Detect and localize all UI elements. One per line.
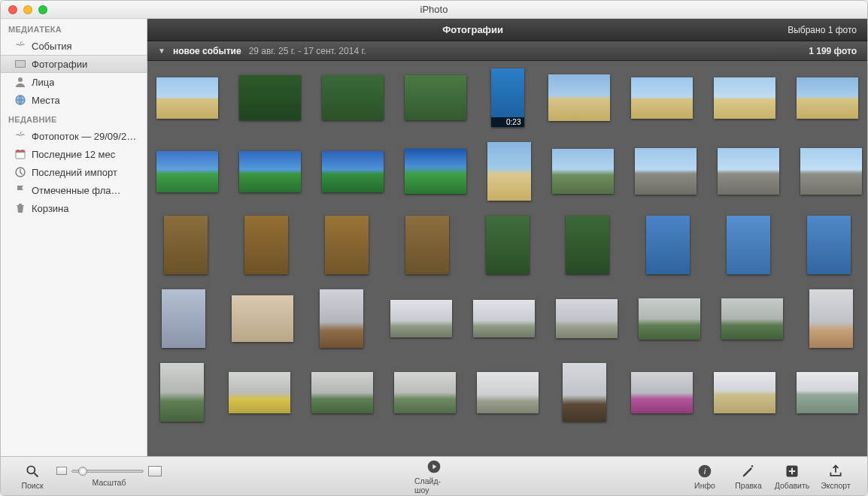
photo-thumbnail[interactable] [239,142,301,201]
photo-thumbnail[interactable] [631,68,693,127]
photo-thumbnail[interactable] [156,289,211,348]
photo-thumbnail[interactable] [311,363,373,422]
sidebar-item-label: События [32,41,72,52]
photo-thumbnail[interactable] [721,289,783,348]
photo-thumbnail[interactable] [560,363,611,422]
sidebar-item[interactable]: Фотопоток — 29/09/2… [1,127,147,145]
sidebar-item[interactable]: Отмеченные фла… [1,181,147,199]
zoom-tool[interactable]: Масштаб [56,466,162,487]
photo-thumbnail[interactable] [156,363,208,422]
svg-text:i: i [704,466,706,476]
sidebar-section-header: НЕДАВНИЕ [1,109,147,127]
pencil-icon [740,463,757,479]
content-header: Фотографии Выбрано 1 фото [147,19,867,41]
video-duration: 0:23 [491,117,524,127]
svg-rect-5 [16,150,25,153]
photo-thumbnail[interactable] [394,363,456,422]
info-tool[interactable]: i Инфо [685,463,724,490]
photo-thumbnail[interactable] [156,142,218,201]
event-bar[interactable]: ▼ новое событие 29 авг. 25 г. - 17 сент.… [147,41,867,61]
zoom-knob[interactable] [78,467,87,476]
content-title: Фотографии [158,24,788,35]
photo-thumbnail[interactable] [487,142,531,201]
zoom-min-icon[interactable] [56,467,67,475]
info-label: Инфо [694,481,715,490]
photo-thumbnail[interactable]: 0:23 [487,68,527,127]
photo-thumbnail[interactable] [237,216,296,274]
add-label: Добавить [775,481,809,490]
sidebar-item[interactable]: Корзина [1,199,147,217]
content-area: Фотографии Выбрано 1 фото ▼ новое событи… [147,19,867,456]
sidebar-item-label: Последние 12 мес [32,149,115,160]
sidebar-item[interactable]: Последний импорт [1,163,147,181]
photo-thumbnail[interactable] [714,363,775,422]
photo-grid[interactable]: 0:23 [147,61,867,456]
photo-thumbnail[interactable] [477,363,539,422]
photo-thumbnail[interactable] [390,289,452,348]
photo-thumbnail[interactable] [317,216,377,274]
info-icon: i [697,463,713,479]
face-icon [14,76,26,88]
zoom-max-icon[interactable] [148,466,162,476]
photo-thumbnail[interactable] [314,289,369,348]
sidebar-item[interactable]: Места [1,91,147,109]
event-name: новое событие [173,46,241,56]
zoom-label: Масштаб [93,478,126,487]
photo-thumbnail[interactable] [631,363,693,422]
edit-label: Правка [735,481,761,490]
photo-thumbnail[interactable] [156,216,216,274]
photo-thumbnail[interactable] [804,289,858,348]
edit-tool[interactable]: Правка [729,463,768,490]
selection-count: Выбрано 1 фото [788,25,857,35]
export-tool[interactable]: Экспорт [816,463,855,490]
photo-thumbnail[interactable] [473,289,535,348]
flag-icon [14,184,26,196]
photo-thumbnail[interactable] [232,289,293,348]
photo-thumbnail[interactable] [397,216,457,274]
trash-icon [14,202,26,214]
play-icon [426,458,442,475]
photo-thumbnail[interactable] [548,68,610,127]
add-tool[interactable]: Добавить [772,463,812,490]
photo-thumbnail[interactable] [405,68,466,127]
photo-thumbnail[interactable] [714,68,775,127]
photo-thumbnail[interactable] [718,142,779,201]
share-icon [827,463,844,479]
cal-icon [14,148,26,160]
export-label: Экспорт [821,481,850,490]
photo-thumbnail[interactable] [552,142,614,201]
zoom-slider[interactable] [71,470,144,473]
photo-thumbnail[interactable] [405,142,466,201]
photo-thumbnail[interactable] [556,289,618,348]
photo-thumbnail[interactable] [478,216,537,274]
photo-thumbnail[interactable] [799,216,858,274]
photo-thumbnail[interactable] [558,216,618,274]
photo-thumbnail[interactable] [639,216,698,274]
sidebar: МЕДИАТЕКАСобытияФотографииЛицаМестаНЕДАВ… [1,19,147,456]
sidebar-item-label: Лица [32,77,54,88]
photo-thumbnail[interactable] [797,68,858,127]
photo-thumbnail[interactable] [718,216,778,274]
sidebar-item-label: Корзина [32,203,69,214]
photo-thumbnail[interactable] [797,363,858,422]
globe-icon [14,94,26,106]
photo-thumbnail[interactable] [800,142,862,201]
sidebar-item[interactable]: Фотографии [1,55,147,73]
sidebar-item[interactable]: События [1,37,147,55]
photo-thumbnail[interactable] [239,68,301,127]
sidebar-item[interactable]: Последние 12 мес [1,145,147,163]
photo-thumbnail[interactable] [322,68,384,127]
sidebar-section-header: МЕДИАТЕКА [1,19,147,37]
titlebar: iPhoto [1,1,867,19]
photo-thumbnail[interactable] [639,289,700,348]
slideshow-tool[interactable]: Слайд-шоу [414,458,454,494]
photos-icon [14,58,26,70]
disclosure-icon[interactable]: ▼ [158,47,165,55]
photo-thumbnail[interactable] [635,142,697,201]
search-tool[interactable]: Поиск [13,463,52,490]
sidebar-item-label: Последний импорт [32,167,117,178]
photo-thumbnail[interactable] [156,68,218,127]
sidebar-item[interactable]: Лица [1,73,147,91]
photo-thumbnail[interactable] [322,142,384,201]
photo-thumbnail[interactable] [229,363,290,422]
